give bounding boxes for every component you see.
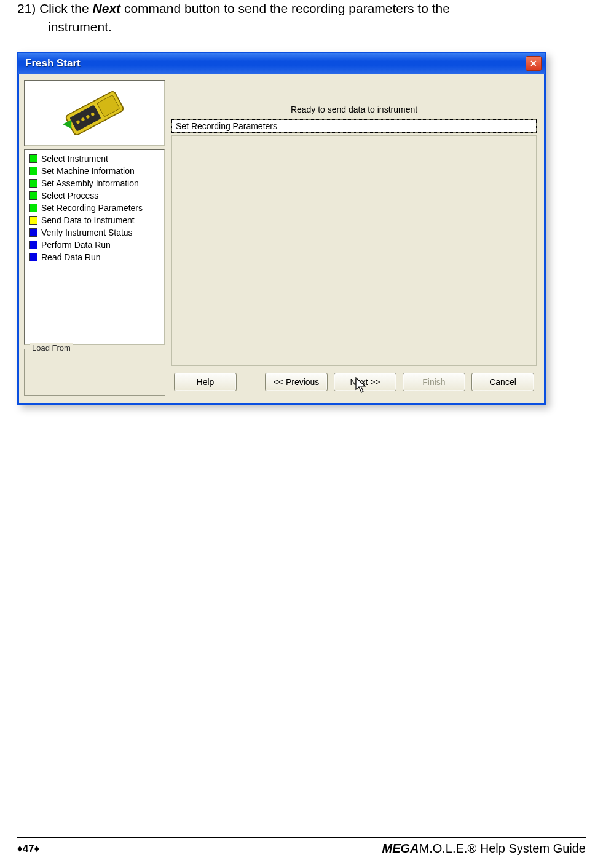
step-label: Perform Data Run bbox=[41, 240, 111, 250]
step-label: Verify Instrument Status bbox=[41, 228, 133, 237]
step-label: Select Instrument bbox=[41, 154, 108, 164]
guide-prefix: MEGA bbox=[382, 842, 419, 855]
wizard-step: Set Machine Information bbox=[29, 166, 160, 176]
step-label: Set Machine Information bbox=[41, 166, 135, 176]
previous-button[interactable]: << Previous bbox=[265, 373, 328, 391]
mouse-cursor-icon bbox=[355, 377, 368, 394]
wizard-step: Set Assembly Information bbox=[29, 178, 160, 188]
step-label: Set Recording Parameters bbox=[41, 203, 143, 213]
load-from-group: Load From bbox=[24, 349, 165, 396]
svg-marker-8 bbox=[356, 378, 365, 392]
dialog-screenshot: Fresh Start ✕ bbox=[17, 52, 546, 405]
wizard-step: Set Recording Parameters bbox=[29, 203, 160, 213]
close-button[interactable]: ✕ bbox=[526, 56, 542, 71]
wizard-step: Verify Instrument Status bbox=[29, 228, 160, 237]
wizard-step: Select Instrument bbox=[29, 154, 160, 164]
status-square-icon bbox=[29, 253, 37, 261]
step-label: Set Assembly Information bbox=[41, 178, 139, 188]
guide-title: MEGAM.O.L.E.® Help System Guide bbox=[382, 842, 586, 856]
recording-params-field[interactable]: Set Recording Parameters bbox=[171, 119, 537, 133]
status-square-icon bbox=[29, 204, 37, 212]
step-label: Select Process bbox=[41, 191, 98, 201]
instruction-pre: Click the bbox=[39, 1, 92, 15]
wizard-step: Send Data to Instrument bbox=[29, 215, 160, 225]
guide-rest: M.O.L.E.® Help System Guide bbox=[419, 842, 586, 855]
instruction-line2: instrument. bbox=[48, 18, 586, 36]
status-square-icon bbox=[29, 228, 37, 237]
status-square-icon bbox=[29, 241, 37, 249]
page-footer: ♦47♦ MEGAM.O.L.E.® Help System Guide bbox=[17, 837, 586, 856]
status-square-icon bbox=[29, 191, 37, 200]
instruction-text: 21) Click the Next command button to sen… bbox=[17, 0, 586, 36]
left-column: Select Instrument Set Machine Informatio… bbox=[24, 80, 165, 396]
step-number: 21) bbox=[17, 1, 36, 15]
close-icon: ✕ bbox=[530, 58, 537, 68]
instruction-next-word: Next bbox=[93, 1, 121, 15]
step-label: Read Data Run bbox=[41, 252, 101, 262]
wizard-step: Perform Data Run bbox=[29, 240, 160, 250]
finish-button: Finish bbox=[403, 373, 465, 391]
status-square-icon bbox=[29, 167, 37, 175]
right-column: Ready to send data to instrument Set Rec… bbox=[169, 80, 539, 396]
step-label: Send Data to Instrument bbox=[41, 215, 135, 225]
recording-params-field-wrap: Set Recording Parameters bbox=[169, 119, 539, 133]
ready-message: Ready to send data to instrument bbox=[169, 105, 539, 114]
cancel-button[interactable]: Cancel bbox=[471, 373, 534, 391]
instruction-line1: command button to send the recording par… bbox=[120, 1, 450, 15]
dialog-title: Fresh Start bbox=[25, 57, 81, 70]
help-button[interactable]: Help bbox=[174, 373, 237, 391]
wizard-step: Read Data Run bbox=[29, 252, 160, 262]
instrument-image bbox=[24, 80, 165, 146]
wizard-step: Select Process bbox=[29, 191, 160, 201]
mole-device-icon bbox=[49, 86, 141, 141]
status-square-icon bbox=[29, 179, 37, 188]
button-row: Help << Previous Next >> Finish Cancel bbox=[169, 368, 539, 396]
status-square-icon bbox=[29, 154, 37, 163]
status-square-icon bbox=[29, 216, 37, 225]
page-number: ♦47♦ bbox=[17, 843, 39, 855]
dialog-body: Select Instrument Set Machine Informatio… bbox=[17, 74, 546, 405]
content-panel bbox=[171, 135, 537, 366]
load-from-label: Load From bbox=[30, 343, 73, 352]
wizard-steps-list: Select Instrument Set Machine Informatio… bbox=[24, 149, 165, 345]
dialog-titlebar: Fresh Start ✕ bbox=[17, 52, 546, 74]
